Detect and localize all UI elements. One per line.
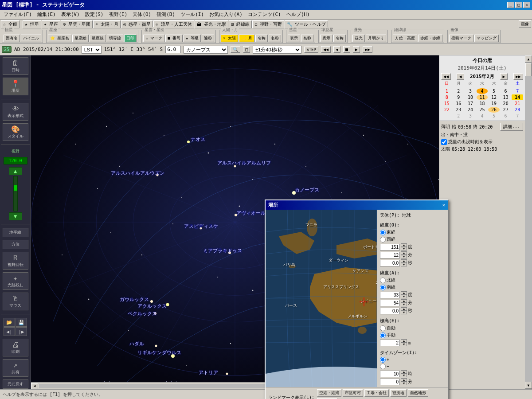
- tb-sun-moon[interactable]: ☀ 太陽・月: [93, 20, 121, 28]
- dialog-close-button[interactable]: ✕: [442, 202, 445, 208]
- cal-day-22[interactable]: 22: [441, 107, 453, 113]
- cal-day-6[interactable]: 6: [500, 88, 512, 94]
- lat-min-input[interactable]: [380, 300, 400, 306]
- tb-nebula[interactable]: ⊕ 星雲・星団: [61, 20, 93, 28]
- cal-next-next[interactable]: ▶▶: [513, 73, 523, 80]
- landmark-btn-4[interactable]: 観測地: [390, 389, 407, 397]
- lon-sec-up[interactable]: ▲: [401, 259, 407, 263]
- pb-open[interactable]: 📂: [4, 318, 15, 327]
- cal-day-16[interactable]: 16: [453, 101, 465, 106]
- right-panel-scrollbar[interactable]: ▲ ▼: [525, 55, 532, 389]
- search-button[interactable]: 🔍: [231, 46, 240, 53]
- tb-stars[interactable]: ★ 恒星: [23, 20, 41, 28]
- menu-item[interactable]: 天体(O): [130, 10, 154, 19]
- sidebar-share[interactable]: ↗ 共有: [3, 359, 28, 377]
- sidebar-datetime[interactable]: 🗓 日時: [3, 57, 28, 75]
- tz-hours-down[interactable]: ▼: [401, 374, 407, 377]
- landmark-btn-3[interactable]: 工場・会社: [364, 389, 389, 397]
- detail-button[interactable]: 詳細...: [500, 123, 523, 131]
- menu-item[interactable]: コンテンツ(C): [245, 10, 284, 19]
- menu-item[interactable]: 設定(S): [82, 10, 106, 19]
- btn-planet-name[interactable]: 名称: [301, 35, 313, 42]
- cal-day-3[interactable]: 3: [465, 88, 476, 94]
- tb-image-icon[interactable]: 画像: [519, 20, 531, 28]
- btn-seiza-pic[interactable]: 星座絵: [72, 35, 89, 42]
- close-button[interactable]: ✕: [523, 2, 530, 8]
- sidebar-rotation[interactable]: R 視野回転: [3, 252, 28, 270]
- cal-next[interactable]: ▶: [500, 73, 507, 80]
- lat-sec-down[interactable]: ▼: [401, 311, 407, 314]
- btn-moonlight[interactable]: 月明かり: [366, 35, 386, 42]
- btn-common-name[interactable]: 通称: [202, 35, 214, 42]
- menu-item[interactable]: ツール(I): [178, 10, 207, 19]
- tz-mins-input[interactable]: [380, 379, 400, 385]
- cal-day-23[interactable]: 23: [453, 107, 465, 113]
- fov-up-button[interactable]: ▲: [9, 167, 22, 175]
- lat-sec-input[interactable]: [380, 308, 400, 314]
- cal-day-13[interactable]: 13: [500, 94, 512, 100]
- btn-azimuth[interactable]: 方位・高度: [393, 35, 417, 42]
- btn-daylight[interactable]: 昼光: [352, 35, 365, 42]
- hscroll-left[interactable]: ◀: [31, 383, 38, 389]
- cal-prev[interactable]: ◀: [457, 73, 464, 80]
- lon-sec-input[interactable]: [380, 260, 400, 266]
- btn-proper-name[interactable]: 固有名: [4, 35, 20, 42]
- cal-day-21[interactable]: 21: [512, 101, 523, 106]
- cal-day-11[interactable]: 11: [477, 94, 488, 100]
- btn-number[interactable]: ■ 番号: [165, 35, 183, 42]
- btn-seiza-name[interactable]: ⭐ 星座名: [48, 35, 71, 42]
- sidebar-mouse[interactable]: 🖱 マウス: [3, 293, 28, 310]
- sidebar-style[interactable]: 🎨 スタイル: [3, 123, 28, 141]
- cal-day-15[interactable]: 15: [441, 101, 453, 106]
- alt-input[interactable]: [380, 340, 400, 346]
- btn-post-mark[interactable]: 投稿マーク: [449, 35, 473, 42]
- target-select[interactable]: カノープス: [184, 46, 228, 54]
- north-radio[interactable]: [380, 278, 386, 283]
- nav-prev-prev[interactable]: ◀◀: [321, 46, 331, 53]
- planet-checkbox[interactable]: [441, 139, 447, 145]
- tz-plus-radio[interactable]: [380, 357, 386, 363]
- alt-down[interactable]: ▼: [401, 343, 407, 346]
- step-icon[interactable]: STEP: [304, 47, 318, 53]
- menu-item[interactable]: 編集(E): [35, 10, 59, 19]
- nav-prev[interactable]: ◀: [333, 46, 340, 53]
- sidebar-location[interactable]: 📍 場所: [3, 78, 28, 95]
- cal-day-1[interactable]: 1: [441, 88, 453, 94]
- btn-junsei-show[interactable]: 表示: [320, 35, 332, 42]
- lat-sec-up[interactable]: ▲: [401, 307, 407, 311]
- east-radio[interactable]: [380, 230, 386, 235]
- lon-sec-down[interactable]: ▼: [401, 263, 407, 266]
- minimize-button[interactable]: _: [507, 2, 514, 8]
- landmark-btn-1[interactable]: 空港・港湾: [317, 389, 341, 397]
- lon-deg-up[interactable]: ▲: [401, 243, 407, 247]
- cal-day-9[interactable]: 9: [453, 94, 465, 100]
- cal-day-2[interactable]: 2: [453, 88, 465, 94]
- landmark-btn-5[interactable]: 自然地形: [408, 389, 428, 397]
- cal-day-14-today[interactable]: 14: [512, 94, 523, 100]
- tz-mins-down[interactable]: ▼: [401, 382, 407, 385]
- cal-day-18[interactable]: 18: [477, 101, 488, 106]
- sidebar-undo[interactable]: 元に戻す: [3, 379, 28, 389]
- step-button[interactable]: 25: [2, 46, 12, 53]
- nav-next-next[interactable]: ▶▶: [363, 46, 372, 53]
- cal-day-12[interactable]: 12: [488, 94, 500, 100]
- btn-seiza-line[interactable]: 星座線: [90, 35, 106, 42]
- menu-item[interactable]: 視野(I): [106, 10, 130, 19]
- btn-magnitude[interactable]: ★ 等級: [184, 35, 201, 42]
- lat-deg-down[interactable]: ▼: [401, 295, 407, 298]
- menu-item[interactable]: 表示(V): [59, 10, 82, 19]
- auto-radio[interactable]: [380, 325, 386, 331]
- cal-day-8[interactable]: 8: [441, 94, 453, 100]
- lon-min-input[interactable]: [380, 252, 400, 258]
- cal-day-26[interactable]: 26: [488, 107, 500, 113]
- lat-deg-up[interactable]: ▲: [401, 291, 407, 295]
- nav-stop[interactable]: ■: [343, 46, 350, 53]
- btn-junsei-name[interactable]: 名称: [333, 35, 346, 42]
- lon-deg-input[interactable]: [380, 244, 400, 250]
- pb-save[interactable]: 💾: [16, 318, 27, 327]
- btn-sun[interactable]: ☀ 太陽: [221, 35, 238, 42]
- tb-fov[interactable]: ◻ 視野・写野: [252, 20, 284, 28]
- menu-item[interactable]: ファイル(F): [1, 10, 35, 19]
- fov-track[interactable]: [13, 176, 18, 211]
- lat-min-up[interactable]: ▲: [401, 299, 407, 303]
